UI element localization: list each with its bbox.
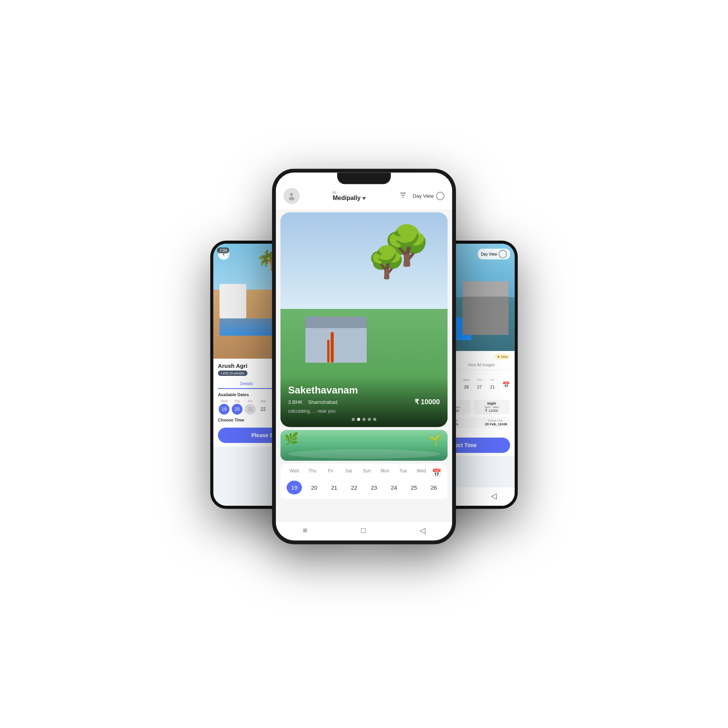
left-property-name: Arush Agri (218, 362, 248, 369)
right-tab-images[interactable]: View All Images (453, 361, 510, 370)
right-new-badge: ★ New (495, 354, 510, 359)
center-calendar-dates: 19 20 21 22 23 24 25 26 (287, 480, 441, 494)
center-notch (337, 172, 391, 184)
right-checkout: Check Out : 20 Feb, 12AM (485, 419, 507, 426)
center-calendar-section: Wed Thu Fri Sat Sun Mon Tue Wed 📅 19 20 … (280, 464, 448, 499)
left-tab-details[interactable]: Details (218, 379, 275, 389)
center-screen: In Medipally Day View (276, 172, 452, 540)
nav-menu-icon[interactable]: ≡ (303, 526, 307, 535)
city-dropdown-arrow[interactable] (362, 197, 366, 200)
center-card-info: Sakethavanam 3 BHK Shamshabad ₹ 10000 ca… (280, 377, 448, 427)
svg-point-0 (290, 193, 293, 196)
nav-home-icon[interactable]: □ (361, 526, 366, 535)
svg-point-1 (289, 197, 294, 200)
right-night-option[interactable]: Night 1pm - 8am ₹ 12000 (473, 400, 510, 415)
right-dayview-toggle[interactable]: Day View (478, 249, 510, 259)
left-time-badge: 7:04 (217, 248, 229, 253)
scene: 🌴 ‹ Day View 7:04 Arush Agri Limit 15 pe… (0, 0, 728, 728)
center-calendar-icon[interactable]: 📅 (432, 468, 441, 477)
left-limit-badge: Limit 15 people (218, 371, 248, 376)
center-phone: In Medipally Day View (272, 169, 456, 544)
right-calendar-icon[interactable]: 📅 (502, 381, 510, 389)
center-filter-icon[interactable] (399, 191, 407, 201)
center-location: In Medipally (333, 190, 366, 202)
center-bottom-nav: ≡ □ ◁ (276, 522, 452, 540)
center-dayview[interactable]: Day View (413, 192, 444, 200)
right-nav-back-icon[interactable]: ◁ (491, 491, 497, 500)
card-dots (288, 418, 440, 421)
nav-back-icon[interactable]: ◁ (420, 526, 425, 535)
center-property-card[interactable]: 🌳 🌳 Sakethavanam 3 BHK (280, 212, 448, 427)
center-profile-icon[interactable] (284, 188, 300, 204)
center-thumb-card[interactable]: 🌿 🌱 (280, 430, 448, 461)
